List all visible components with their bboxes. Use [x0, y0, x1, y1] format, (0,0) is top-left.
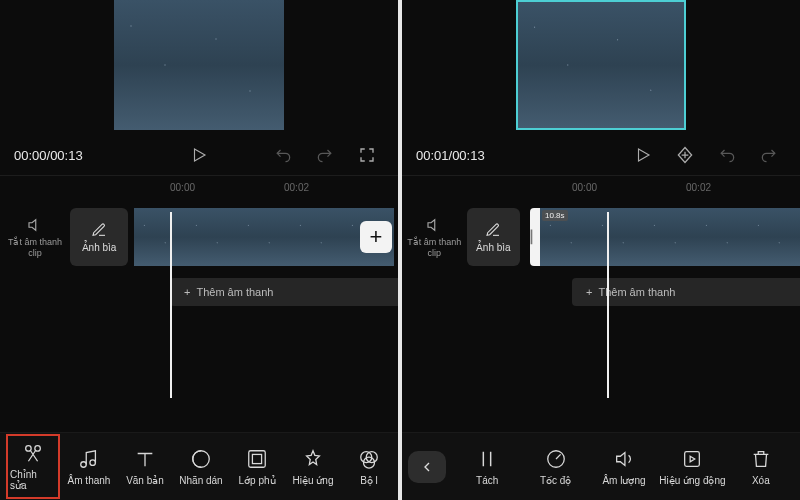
clip-frame	[290, 208, 342, 266]
mute-label: Tắt âm thanh clip	[402, 237, 467, 259]
play-controls: 00:00/00:13	[0, 135, 398, 175]
fullscreen-icon[interactable]	[356, 144, 378, 166]
mute-label: Tắt âm thanh clip	[0, 237, 70, 259]
ruler-tick: 00:02	[284, 182, 398, 193]
tool-label: Hiệu ứng động	[659, 475, 725, 486]
redo-icon[interactable]	[758, 144, 780, 166]
tool-speed[interactable]: Tốc độ	[522, 448, 588, 486]
playhead[interactable]	[170, 212, 172, 398]
tool-label: Âm thanh	[68, 475, 111, 486]
tool-edit[interactable]: Chỉnh sửa	[6, 434, 60, 499]
undo-icon[interactable]	[272, 144, 294, 166]
tool-animation[interactable]: Hiệu ứng động	[659, 448, 725, 486]
tool-text[interactable]: Văn bản	[118, 448, 172, 486]
svg-point-2	[81, 461, 87, 467]
video-preview[interactable]	[516, 0, 686, 130]
tool-label: Tách	[476, 475, 498, 486]
tool-label: Tốc độ	[540, 475, 571, 486]
time-ruler: 00:00 00:02	[0, 176, 398, 198]
clip-row: Tắt âm thanh clip Ảnh bìa +	[0, 198, 398, 276]
add-audio-label: Thêm âm thanh	[196, 286, 273, 298]
add-clip-button[interactable]: +	[360, 221, 392, 253]
tool-effects[interactable]: Hiệu ứng	[286, 448, 340, 486]
cover-thumb-button[interactable]: Ảnh bìa	[467, 208, 520, 266]
svg-rect-6	[252, 454, 261, 463]
add-audio-button[interactable]: + Thêm âm thanh	[170, 278, 398, 306]
preview-area	[402, 0, 800, 135]
video-preview[interactable]	[114, 0, 284, 130]
clip-row: Tắt âm thanh clip Ảnh bìa ▏ 10.8s	[402, 198, 800, 276]
preview-area	[0, 0, 398, 135]
tool-overlay[interactable]: Lớp phủ	[230, 448, 284, 486]
bottom-toolbar: Tách Tốc độ Âm lượng Hiệu ứng động Xóa	[402, 432, 800, 500]
ruler-tick: 00:00	[572, 182, 686, 193]
screen-right: 00:01/00:13 00:00 00:02 Tắt âm thanh cli…	[402, 0, 800, 500]
add-audio-label: Thêm âm thanh	[598, 286, 675, 298]
tool-volume[interactable]: Âm lượng	[591, 448, 657, 486]
svg-rect-5	[249, 450, 266, 467]
clip-frame	[592, 208, 644, 266]
tool-sticker[interactable]: Nhãn dán	[174, 448, 228, 486]
svg-point-3	[90, 459, 96, 465]
clip-strip[interactable]: ▏ 10.8s	[530, 208, 800, 266]
preview-image	[518, 2, 684, 128]
plus-icon: +	[586, 286, 592, 298]
tool-label: Xóa	[752, 475, 770, 486]
tool-split[interactable]: Tách	[454, 448, 520, 486]
play-controls: 00:01/00:13	[402, 135, 800, 175]
clip-duration-badge: 10.8s	[542, 210, 568, 221]
clip-frame	[186, 208, 238, 266]
undo-icon[interactable]	[716, 144, 738, 166]
time-display: 00:00/00:13	[14, 148, 83, 163]
clip-frame	[238, 208, 290, 266]
clip-frame	[696, 208, 748, 266]
ruler-tick: 00:00	[170, 182, 284, 193]
svg-rect-11	[685, 451, 700, 466]
tool-label: Nhãn dán	[179, 475, 222, 486]
time-ruler: 00:00 00:02	[402, 176, 800, 198]
tool-label: Hiệu ứng	[293, 475, 334, 486]
clip-frame	[644, 208, 696, 266]
tool-label: Bộ l	[360, 475, 378, 486]
tool-delete[interactable]: Xóa	[728, 448, 794, 486]
cover-thumb-button[interactable]: Ảnh bìa	[70, 208, 128, 266]
keyframe-icon[interactable]	[674, 144, 696, 166]
clip-handle-left[interactable]: ▏	[530, 208, 540, 266]
ruler-tick: 00:02	[686, 182, 800, 193]
playhead[interactable]	[607, 212, 609, 398]
clip-frame	[748, 208, 800, 266]
play-icon[interactable]	[188, 144, 210, 166]
tool-audio[interactable]: Âm thanh	[62, 448, 116, 486]
mute-clip-button[interactable]: Tắt âm thanh clip	[402, 216, 467, 259]
tool-label: Chỉnh sửa	[10, 469, 56, 491]
clip-strip[interactable]	[134, 208, 398, 266]
bottom-toolbar: Chỉnh sửa Âm thanh Văn bản Nhãn dán Lớp …	[0, 432, 398, 500]
tool-label: Âm lượng	[602, 475, 645, 486]
preview-image	[114, 0, 284, 130]
mute-clip-button[interactable]: Tắt âm thanh clip	[0, 216, 70, 259]
clip-frame	[134, 208, 186, 266]
play-icon[interactable]	[632, 144, 654, 166]
audio-row: + Thêm âm thanh	[402, 276, 800, 308]
plus-icon: +	[184, 286, 190, 298]
time-display: 00:01/00:13	[416, 148, 485, 163]
tool-label: Văn bản	[126, 475, 164, 486]
timeline: 00:00 00:02 Tắt âm thanh clip Ảnh bìa +	[0, 175, 398, 432]
cover-label: Ảnh bìa	[82, 242, 117, 253]
cover-label: Ảnh bìa	[476, 242, 511, 253]
back-button[interactable]	[408, 451, 446, 483]
redo-icon[interactable]	[314, 144, 336, 166]
timeline: 00:00 00:02 Tắt âm thanh clip Ảnh bìa ▏ …	[402, 175, 800, 432]
screen-left: 00:00/00:13 00:00 00:02 Tắt âm thanh cli…	[0, 0, 398, 500]
tool-label: Lớp phủ	[238, 475, 275, 486]
tool-filter[interactable]: Bộ l	[342, 448, 396, 486]
audio-row: + Thêm âm thanh	[0, 276, 398, 308]
